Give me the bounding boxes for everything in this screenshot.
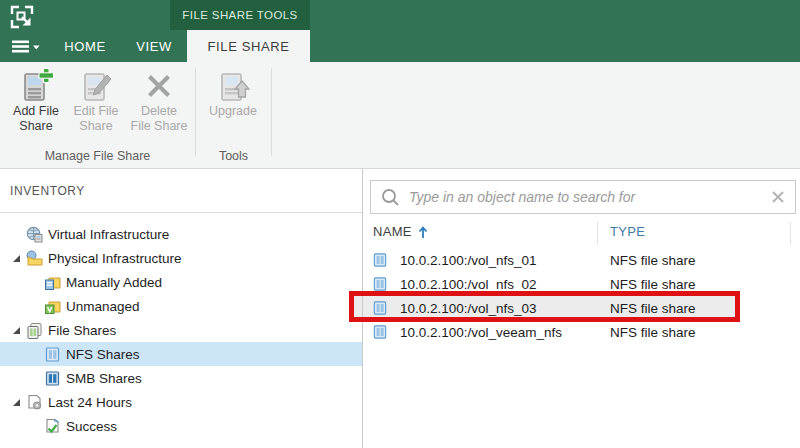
tree-item-label: Success <box>66 419 117 434</box>
tree-item-file-shares[interactable]: File Shares <box>0 318 362 342</box>
tab-view[interactable]: VIEW <box>124 30 184 62</box>
column-header-name[interactable]: NAME <box>373 224 428 239</box>
ribbon: Add File Share Edit File Share Delete Fi… <box>0 62 800 169</box>
contextual-tab-group-label: FILE SHARE TOOLS <box>182 9 297 21</box>
upgrade-icon <box>215 68 251 104</box>
ribbon-group-label-manage-file-share: Manage File Share <box>0 149 195 163</box>
upgrade-label-line1: Upgrade <box>209 104 257 119</box>
search-box[interactable] <box>370 180 796 214</box>
search-input[interactable] <box>409 189 771 205</box>
tree-item-smb-shares[interactable]: SMB Shares <box>0 366 362 390</box>
expanded-triangle-icon <box>12 398 21 407</box>
share-name: 10.0.2.100:/vol_nfs_03 <box>400 301 537 316</box>
add-file-share-label-line2: Share <box>19 119 52 134</box>
manually-added-icon <box>44 274 61 291</box>
share-type: NFS file share <box>610 325 696 340</box>
edit-file-share-button: Edit File Share <box>68 66 124 150</box>
tree-item-label: Unmanaged <box>66 299 140 314</box>
veeam-console-window: FILE SHARE TOOLS HOME VIEW FILE SHARE <box>0 0 800 448</box>
add-file-share-label-line1: Add File <box>13 104 59 119</box>
delete-file-share-label-line2: File Share <box>131 119 188 134</box>
column-separator[interactable] <box>597 222 598 245</box>
nfs-share-icon <box>372 276 388 292</box>
tree-item-label: Physical Infrastructure <box>48 251 182 266</box>
delete-file-share-icon <box>141 68 177 104</box>
titlebar: FILE SHARE TOOLS HOME VIEW FILE SHARE <box>0 0 800 62</box>
tree-item-label: SMB Shares <box>66 371 142 386</box>
file-shares-icon <box>26 322 43 339</box>
tree-item-label: Virtual Infrastructure <box>48 227 169 242</box>
tab-home[interactable]: HOME <box>52 30 118 62</box>
inventory-tree: Virtual Infrastructure Physical Infrastr… <box>0 222 362 438</box>
ribbon-group-separator <box>271 68 272 156</box>
contextual-tab-group: FILE SHARE TOOLS <box>170 0 310 30</box>
share-name: 10.0.2.100:/vol_nfs_02 <box>400 277 537 292</box>
tree-item-label: File Shares <box>48 323 116 338</box>
virtual-infrastructure-icon <box>26 226 43 243</box>
column-type-label: TYPE <box>610 224 645 239</box>
table-row[interactable]: 10.0.2.100:/vol_veeam_nfs NFS file share <box>363 320 800 344</box>
sort-ascending-icon <box>418 225 428 239</box>
tree-item-physical-infrastructure[interactable]: Physical Infrastructure <box>0 246 362 270</box>
share-type: NFS file share <box>610 277 696 292</box>
nfs-share-icon <box>372 324 388 340</box>
table-row[interactable]: 10.0.2.100:/vol_nfs_01 NFS file share <box>363 248 800 272</box>
file-share-table: 10.0.2.100:/vol_nfs_01 NFS file share 10… <box>363 248 800 344</box>
ribbon-group-separator <box>195 68 196 156</box>
share-type: NFS file share <box>610 301 696 316</box>
unmanaged-icon <box>44 298 61 315</box>
expanded-triangle-icon <box>12 326 21 335</box>
inventory-panel-header: INVENTORY <box>0 169 362 213</box>
table-header: NAME TYPE <box>363 220 800 247</box>
edit-file-share-label-line1: Edit File <box>73 104 118 119</box>
edit-file-share-icon <box>78 68 114 104</box>
delete-file-share-button: Delete File Share <box>126 66 192 150</box>
expander-expanded[interactable] <box>6 326 26 335</box>
tree-item-manually-added[interactable]: Manually Added <box>0 270 362 294</box>
nfs-share-icon <box>372 252 388 268</box>
clear-search-icon[interactable] <box>771 190 785 204</box>
tree-item-success[interactable]: Success <box>0 414 362 438</box>
column-header-type[interactable]: TYPE <box>610 224 645 239</box>
delete-file-share-label-line1: Delete <box>141 104 177 119</box>
hamburger-menu-icon <box>12 40 40 53</box>
expander-expanded[interactable] <box>6 398 26 407</box>
expanded-triangle-icon <box>12 254 21 263</box>
tree-item-virtual-infrastructure[interactable]: Virtual Infrastructure <box>0 222 362 246</box>
physical-infrastructure-icon <box>26 250 43 267</box>
share-name: 10.0.2.100:/vol_veeam_nfs <box>400 325 562 340</box>
column-separator[interactable] <box>790 222 791 245</box>
success-icon <box>44 418 61 435</box>
tree-item-label: Manually Added <box>66 275 162 290</box>
expander-expanded[interactable] <box>6 254 26 263</box>
tab-home-label: HOME <box>64 39 105 54</box>
table-row-annotated[interactable]: 10.0.2.100:/vol_nfs_03 NFS file share <box>363 296 800 320</box>
tree-item-label: NFS Shares <box>66 347 140 362</box>
share-name: 10.0.2.100:/vol_nfs_01 <box>400 253 537 268</box>
inventory-panel: INVENTORY Virtual Infrastructure <box>0 169 362 448</box>
tab-file-share[interactable]: FILE SHARE <box>187 30 310 62</box>
tree-item-unmanaged[interactable]: Unmanaged <box>0 294 362 318</box>
column-name-label: NAME <box>373 224 412 239</box>
edit-file-share-label-line2: Share <box>79 119 112 134</box>
last-24-hours-icon <box>26 394 43 411</box>
main-area: INVENTORY Virtual Infrastructure <box>0 169 800 448</box>
main-menu-button[interactable] <box>8 30 44 62</box>
tab-file-share-label: FILE SHARE <box>208 39 290 54</box>
veeam-logo-icon <box>9 4 35 30</box>
nfs-shares-icon <box>44 346 61 363</box>
tree-item-nfs-shares[interactable]: NFS Shares <box>0 342 362 366</box>
add-file-share-icon <box>18 68 54 104</box>
inventory-title: INVENTORY <box>10 184 85 198</box>
smb-shares-icon <box>44 370 61 387</box>
tab-view-label: VIEW <box>136 39 172 54</box>
table-row[interactable]: 10.0.2.100:/vol_nfs_02 NFS file share <box>363 272 800 296</box>
ribbon-tab-row: HOME VIEW FILE SHARE <box>0 30 800 62</box>
nfs-share-icon <box>372 300 388 316</box>
share-type: NFS file share <box>610 253 696 268</box>
ribbon-group-label-tools: Tools <box>196 149 271 163</box>
search-icon <box>381 188 400 207</box>
tree-item-last-24-hours[interactable]: Last 24 Hours <box>0 390 362 414</box>
add-file-share-button[interactable]: Add File Share <box>6 66 66 150</box>
upgrade-button: Upgrade <box>202 66 264 150</box>
